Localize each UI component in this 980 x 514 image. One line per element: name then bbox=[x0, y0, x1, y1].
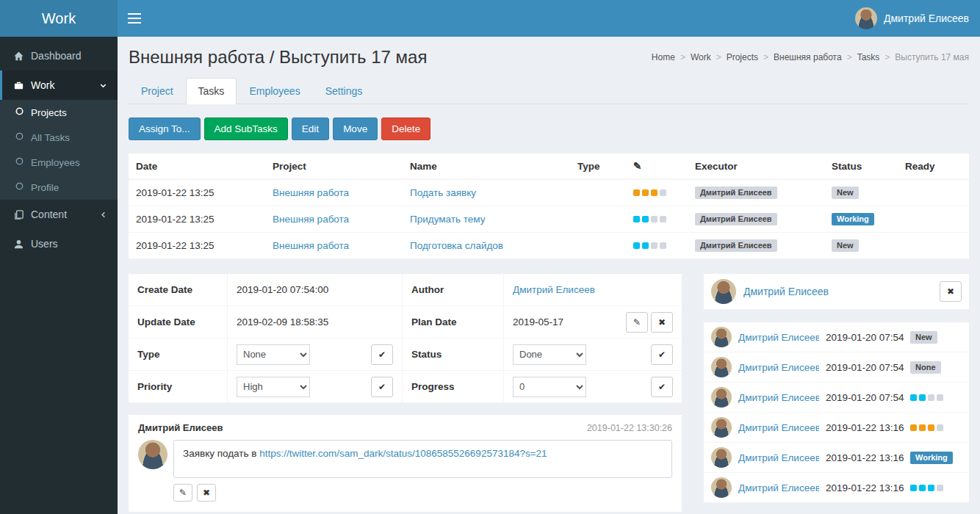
apply-priority-button[interactable]: ✔ bbox=[371, 377, 393, 397]
remove-assignee-button[interactable]: ✖ bbox=[940, 281, 962, 302]
pencil-icon: ✎ bbox=[179, 488, 187, 498]
assignee-name-link[interactable]: Дмитрий Елисеев bbox=[743, 286, 932, 297]
progress-select[interactable]: 0 bbox=[513, 377, 586, 397]
sidebar-item-profile[interactable]: Profile bbox=[0, 175, 118, 200]
sidebar: Work Dashboard Work bbox=[0, 0, 118, 514]
activity-priority-dots bbox=[910, 424, 943, 431]
apply-progress-button[interactable]: ✔ bbox=[651, 377, 673, 397]
type-select[interactable]: None bbox=[237, 344, 310, 365]
sidebar-item-all-tasks[interactable]: All Tasks bbox=[0, 125, 118, 150]
files-icon bbox=[12, 209, 24, 220]
comment-timestamp: 2019-01-22 13:30:26 bbox=[587, 423, 672, 433]
activity-date: 2019-01-22 13:16 bbox=[826, 422, 904, 433]
task-ready bbox=[898, 179, 969, 206]
edit-comment-button[interactable]: ✎ bbox=[173, 484, 192, 502]
user-menu[interactable]: Дмитрий Елисеев bbox=[844, 0, 980, 37]
activity-user-link[interactable]: Дмитрий Елисеев bbox=[738, 392, 819, 403]
activity-user-link[interactable]: Дмитрий Елисеев bbox=[738, 332, 819, 343]
delete-button[interactable]: Delete bbox=[381, 117, 430, 140]
activity-badge: Working bbox=[910, 452, 953, 464]
breadcrumb: Home > Work > Projects > Внешняя работа … bbox=[652, 52, 969, 62]
activity-user-link[interactable]: Дмитрий Елисеев bbox=[738, 422, 819, 433]
progress-label: Progress bbox=[403, 371, 504, 402]
activity-log: Дмитрий Елисеев 2019-01-20 07:54 New Дми… bbox=[704, 322, 969, 503]
tab-tasks[interactable]: Tasks bbox=[186, 78, 237, 104]
task-type bbox=[570, 179, 626, 206]
user-name: Дмитрий Елисеев bbox=[884, 12, 969, 24]
activity-date: 2019-01-22 13:16 bbox=[826, 452, 904, 463]
comment-link[interactable]: https://twitter.com/sam_dark/status/1086… bbox=[259, 448, 547, 459]
circle-icon bbox=[15, 131, 24, 143]
sidebar-item-users[interactable]: Users bbox=[0, 229, 118, 258]
detail-row: Priority High ✔ Progress 0 ✔ bbox=[129, 371, 682, 403]
activity-date: 2019-01-22 13:16 bbox=[826, 482, 904, 493]
task-project-link[interactable]: Внешняя работа bbox=[273, 214, 349, 225]
tab-settings[interactable]: Settings bbox=[313, 78, 375, 104]
circle-icon bbox=[15, 106, 24, 118]
priority-label: Priority bbox=[129, 371, 228, 402]
circle-icon bbox=[15, 181, 24, 193]
brand-logo[interactable]: Work bbox=[0, 0, 118, 37]
app-window: Work Dashboard Work bbox=[0, 0, 980, 514]
activity-avatar bbox=[711, 327, 732, 347]
lower-area: Create Date 2019-01-20 07:54:00 Author Д… bbox=[129, 274, 969, 512]
main-column: Дмитрий Елисеев Внешняя работа / Выступи… bbox=[118, 0, 980, 514]
edit-plan-date-button[interactable]: ✎ bbox=[626, 312, 648, 333]
sidebar-item-dashboard[interactable]: Dashboard bbox=[0, 41, 118, 70]
col-status: Status bbox=[824, 153, 898, 179]
task-project-link[interactable]: Внешняя работа bbox=[273, 240, 349, 251]
breadcrumb-project-name[interactable]: Внешняя работа bbox=[774, 52, 842, 62]
add-subtasks-button[interactable]: Add SubTasks bbox=[204, 117, 288, 140]
sidebar-toggle-button[interactable] bbox=[118, 0, 151, 37]
edit-button[interactable]: Edit bbox=[292, 117, 329, 140]
activity-row: Дмитрий Елисеев 2019-01-22 13:16 Working bbox=[704, 443, 969, 473]
apply-type-button[interactable]: ✔ bbox=[371, 344, 393, 365]
priority-select[interactable]: High bbox=[237, 377, 310, 397]
activity-user-link[interactable]: Дмитрий Елисеев bbox=[738, 452, 819, 463]
activity-user-link[interactable]: Дмитрий Елисеев bbox=[738, 362, 819, 373]
create-date-value: 2019-01-20 07:54:00 bbox=[228, 274, 403, 305]
clear-plan-date-button[interactable]: ✖ bbox=[651, 312, 673, 333]
comment-actions: ✎ ✖ bbox=[173, 484, 672, 502]
status-select[interactable]: Done bbox=[513, 344, 586, 365]
author-label: Author bbox=[403, 274, 504, 305]
task-name-link[interactable]: Подготовка слайдов bbox=[410, 240, 503, 251]
tab-employees[interactable]: Employees bbox=[237, 78, 312, 104]
breadcrumb-current: Выступить 17 мая bbox=[895, 52, 969, 62]
activity-badge: None bbox=[910, 361, 941, 374]
tab-project[interactable]: Project bbox=[129, 78, 186, 104]
page-title: Внешняя работа / Выступить 17 мая bbox=[129, 47, 427, 68]
sidebar-item-work[interactable]: Work bbox=[0, 70, 118, 100]
author-link[interactable]: Дмитрий Елисеев bbox=[513, 284, 595, 295]
assign-to-button[interactable]: Assign To... bbox=[129, 117, 201, 140]
activity-row: Дмитрий Елисеев 2019-01-22 13:16 bbox=[704, 413, 969, 443]
sidebar-item-employees[interactable]: Employees bbox=[0, 150, 118, 175]
breadcrumb-projects[interactable]: Projects bbox=[727, 52, 758, 62]
table-header-row: Date Project Name Type ✎ Executor Status… bbox=[129, 153, 969, 179]
col-project: Project bbox=[265, 153, 403, 179]
sidebar-item-projects[interactable]: Projects bbox=[0, 100, 118, 125]
task-project-link[interactable]: Внешняя работа bbox=[273, 187, 349, 198]
task-name-link[interactable]: Подать заявку bbox=[410, 187, 476, 198]
check-icon: ✔ bbox=[378, 382, 386, 392]
breadcrumb-home[interactable]: Home bbox=[652, 52, 675, 62]
apply-status-button[interactable]: ✔ bbox=[651, 344, 673, 365]
work-submenu: Projects All Tasks Employees bbox=[0, 100, 118, 200]
content-area: Внешняя работа / Выступить 17 мая Home >… bbox=[118, 37, 980, 514]
sidebar-item-label: Profile bbox=[31, 182, 59, 193]
breadcrumb-tasks[interactable]: Tasks bbox=[857, 52, 880, 62]
comment-text-part: Заявку подать в bbox=[183, 448, 259, 459]
sidebar-item-content[interactable]: Content bbox=[0, 200, 118, 229]
comment-card: Дмитрий Елисеев 2019-01-22 13:30:26 Заяв… bbox=[129, 415, 682, 512]
activity-user-link[interactable]: Дмитрий Елисеев bbox=[738, 482, 819, 493]
move-button[interactable]: Move bbox=[333, 117, 378, 140]
task-date: 2019-01-22 13:25 bbox=[129, 179, 265, 206]
briefcase-icon bbox=[12, 80, 24, 91]
delete-comment-button[interactable]: ✖ bbox=[197, 484, 216, 502]
status-badge: New bbox=[832, 239, 859, 252]
task-name-link[interactable]: Придумать тему bbox=[410, 214, 485, 225]
comment-header: Дмитрий Елисеев 2019-01-22 13:30:26 bbox=[138, 422, 672, 433]
breadcrumb-work[interactable]: Work bbox=[691, 52, 711, 62]
user-icon bbox=[12, 239, 24, 250]
col-name: Name bbox=[403, 153, 570, 179]
